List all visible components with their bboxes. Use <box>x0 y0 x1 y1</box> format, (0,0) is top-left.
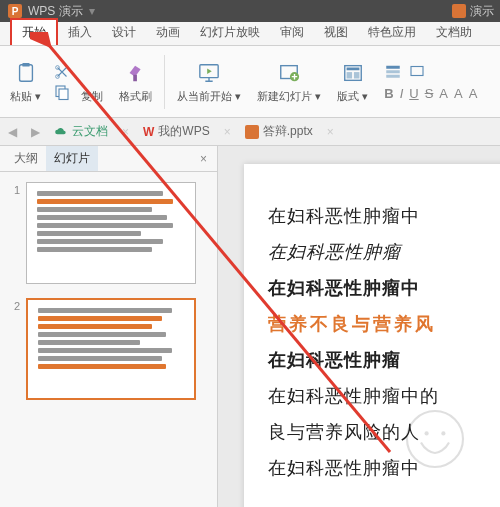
monitor-play-icon <box>195 59 223 87</box>
paste-group[interactable]: 粘贴 ▾ <box>6 57 45 106</box>
text-line: 在妇科恶性肿瘤中 <box>268 456 500 480</box>
text-line: 在妇科恶性肿瘤 <box>268 240 500 264</box>
work-area: 大纲 幻灯片 × 1 2 <box>0 146 500 507</box>
divider <box>164 55 165 109</box>
thumb-row-2: 2 <box>6 298 211 400</box>
copy-icon[interactable] <box>53 83 71 101</box>
side-panel: 大纲 幻灯片 × 1 2 <box>0 146 218 507</box>
copy-label[interactable]: 复制 <box>81 89 103 104</box>
cut-icon[interactable] <box>53 63 71 81</box>
side-tabs: 大纲 幻灯片 × <box>0 146 217 172</box>
svg-rect-16 <box>387 75 401 78</box>
document-tabs: ◀ ▶ 云文档 × W 我的WPS × 答辩.pptx × <box>0 118 500 146</box>
text-line: 在妇科恶性肿瘤中 <box>268 204 500 228</box>
tab-start[interactable]: 开始 <box>10 18 58 45</box>
text-line: 良与营养风险的人 <box>268 420 500 444</box>
underline-button[interactable]: U <box>409 86 418 101</box>
tab-view[interactable]: 视图 <box>314 20 358 45</box>
thumb-row-1: 1 <box>6 182 211 284</box>
svg-rect-12 <box>346 72 352 78</box>
cloud-label: 云文档 <box>72 123 108 140</box>
layout-icon <box>339 59 367 87</box>
titlebar-right: 演示 <box>446 0 500 22</box>
thumb-number: 2 <box>6 298 20 400</box>
file-label: 答辩.pptx <box>263 123 313 140</box>
start-current-group[interactable]: 从当前开始 ▾ <box>173 57 245 106</box>
tab-design[interactable]: 设计 <box>102 20 146 45</box>
cloud-icon <box>54 125 68 139</box>
new-slide-icon <box>275 59 303 87</box>
text-line: 在妇科恶性肿瘤 <box>268 348 500 372</box>
format-painter-label: 格式刷 <box>119 89 152 104</box>
outline-tab[interactable]: 大纲 <box>6 146 46 171</box>
strike-button[interactable]: S <box>425 86 434 101</box>
format-painter-group[interactable]: 格式刷 <box>115 57 156 106</box>
file-tab[interactable]: 答辩.pptx <box>245 123 313 140</box>
app-logo-icon: P <box>8 4 22 18</box>
slides-tab[interactable]: 幻灯片 <box>46 146 98 171</box>
paste-label: 粘贴 <box>10 90 32 102</box>
close-panel-icon[interactable]: × <box>196 152 211 166</box>
mywps-tab[interactable]: W 我的WPS <box>143 123 210 140</box>
svg-rect-14 <box>387 66 401 69</box>
tab-insert[interactable]: 插入 <box>58 20 102 45</box>
tab-slideshow[interactable]: 幻灯片放映 <box>190 20 270 45</box>
ribbon-tabs: 开始 插入 设计 动画 幻灯片放映 审阅 视图 特色应用 文档助 <box>0 22 500 46</box>
tab-animation[interactable]: 动画 <box>146 20 190 45</box>
tab-special[interactable]: 特色应用 <box>358 20 426 45</box>
svg-rect-13 <box>354 72 360 78</box>
start-current-label: 从当前开始 <box>177 90 232 102</box>
title-bar: P WPS 演示 ▾ <box>0 0 500 22</box>
paste-icon <box>12 59 40 87</box>
svg-rect-0 <box>19 65 32 82</box>
thumb-number: 1 <box>6 182 20 284</box>
reset-icon[interactable] <box>408 62 426 80</box>
ribbon: 粘贴 ▾ 复制 格式刷 从当前开始 ▾ 新建幻灯片 ▾ 版式 ▾ <box>0 46 500 118</box>
mywps-label: 我的WPS <box>158 123 209 140</box>
app-title: WPS 演示 <box>28 3 83 20</box>
section-icon[interactable] <box>384 62 402 80</box>
fontsize-button[interactable]: A <box>469 86 478 101</box>
fontcolor-button[interactable]: A <box>439 86 448 101</box>
svg-rect-11 <box>346 68 359 71</box>
nav-back-icon[interactable]: ◀ <box>8 125 17 139</box>
slide-thumbnail-1[interactable] <box>26 182 196 284</box>
cloud-docs-tab[interactable]: 云文档 <box>54 123 108 140</box>
present-label: 演示 <box>470 3 494 20</box>
svg-rect-15 <box>387 70 401 73</box>
font-style-row: B I U S A A A <box>384 86 477 101</box>
bold-button[interactable]: B <box>384 86 393 101</box>
tab-review[interactable]: 审阅 <box>270 20 314 45</box>
nav-fwd-icon[interactable]: ▶ <box>31 125 40 139</box>
svg-rect-1 <box>22 63 29 67</box>
present-icon[interactable] <box>452 4 466 18</box>
layout-label: 版式 <box>337 90 359 102</box>
svg-rect-5 <box>59 89 68 100</box>
w-icon: W <box>143 125 154 139</box>
slide-thumbnail-2[interactable] <box>26 298 196 400</box>
new-slide-group[interactable]: 新建幻灯片 ▾ <box>253 57 325 106</box>
text-line: 在妇科恶性肿瘤中 <box>268 276 500 300</box>
slide-page: 在妇科恶性肿瘤中 在妇科恶性肿瘤 在妇科恶性肿瘤中 营养不良与营养风 在妇科恶性… <box>244 164 500 507</box>
slide-canvas[interactable]: 在妇科恶性肿瘤中 在妇科恶性肿瘤 在妇科恶性肿瘤中 营养不良与营养风 在妇科恶性… <box>218 146 500 507</box>
text-line: 在妇科恶性肿瘤中的 <box>268 384 500 408</box>
italic-button[interactable]: I <box>400 86 404 101</box>
brush-icon <box>122 59 150 87</box>
layout-group[interactable]: 版式 ▾ <box>333 57 372 106</box>
svg-rect-17 <box>411 67 423 76</box>
new-slide-label: 新建幻灯片 <box>257 90 312 102</box>
highlight-button[interactable]: A <box>454 86 463 101</box>
thumbnail-list: 1 2 <box>0 172 217 507</box>
tab-dochelper[interactable]: 文档助 <box>426 20 482 45</box>
text-line: 营养不良与营养风 <box>268 312 500 336</box>
file-icon <box>245 125 259 139</box>
svg-rect-6 <box>133 75 137 81</box>
